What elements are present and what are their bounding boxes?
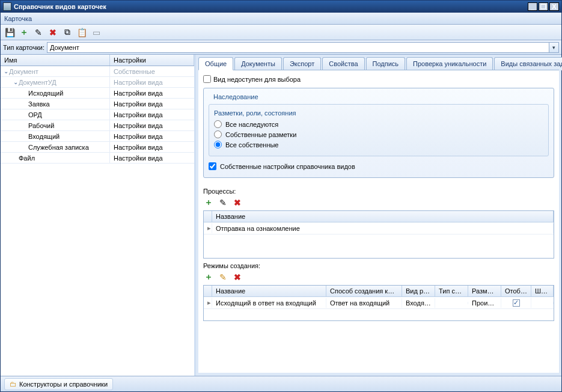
tree-row[interactable]: ЗаявкаНастройки вида (1, 99, 194, 109)
display-checkbox[interactable]: ✓ (513, 299, 520, 307)
tab-0[interactable]: Общие (198, 57, 233, 70)
toolbar: 💾 ＋ ✎ ✖ ⧉ 📋 ▭ (1, 25, 561, 40)
layouts-box: Разметки, роли, состояния Все наследуютс… (209, 104, 549, 156)
titlebar: Справочник видов карточек _ ❐ X (1, 1, 561, 13)
modes-label: Режимы создания: (203, 262, 554, 269)
layouts-title: Разметки, роли, состояния (214, 109, 543, 117)
maximize-button[interactable]: ❐ (539, 2, 548, 11)
tree-row[interactable]: ⌄ДокументУДНастройки вида (1, 77, 194, 88)
radio-all-own[interactable] (214, 141, 222, 149)
tree-row[interactable]: ОРДНастройки вида (1, 109, 194, 120)
row-indicator-icon: ▸ (204, 298, 212, 308)
tab-2[interactable]: Экспорт (283, 57, 321, 70)
tree-item-settings: Собственные (110, 68, 194, 75)
tree-item-settings: Настройки вида (110, 133, 194, 140)
mode-col-placement[interactable]: Размещ... (468, 286, 501, 296)
tree-item-name: ОРД (28, 111, 42, 118)
tree-row[interactable]: ИсходящийНастройки вида (1, 88, 194, 99)
inheritance-title: Наследование (211, 93, 261, 100)
save-icon[interactable]: 💾 (4, 27, 15, 38)
tree-row[interactable]: ВходящийНастройки вида (1, 131, 194, 142)
minimize-button[interactable]: _ (528, 2, 537, 11)
tree-row[interactable]: РабочийНастройки вида (1, 120, 194, 131)
col-settings-header[interactable]: Настройки (110, 55, 194, 66)
menubar: Карточка (1, 13, 561, 25)
tree-item-settings: Настройки вида (110, 144, 194, 151)
proc-row[interactable]: ▸ Отправка на ознакомление (204, 222, 554, 234)
tree-row[interactable]: ФайлНастройки вида (1, 153, 194, 164)
mode-edit-icon[interactable]: ✎ (218, 272, 228, 283)
col-name-header[interactable]: Имя (1, 55, 110, 66)
mode-col-reftype[interactable]: Тип ссы... (435, 286, 468, 296)
tab-general: Вид недоступен для выбора Наследование Р… (198, 70, 559, 373)
proc-delete-icon[interactable]: ✖ (232, 197, 243, 208)
tree-item-settings: Настройки вида (110, 122, 194, 129)
expander-icon[interactable]: ⌄ (13, 79, 19, 85)
paste-icon[interactable]: 📋 (76, 27, 87, 38)
tabs: ОбщиеДокументыЭкспортСвойстваПодписьПров… (196, 55, 561, 70)
proc-add-icon[interactable]: ＋ (203, 197, 214, 208)
tree-item-name: Файл (19, 155, 35, 162)
menu-card[interactable]: Карточка (4, 15, 32, 22)
mode-col-template[interactable]: Шабло (531, 286, 554, 296)
unavailable-label: Вид недоступен для выбора (213, 76, 301, 83)
tree-item-name: Входящий (28, 133, 60, 140)
card-type-dropdown[interactable]: ▾ (549, 42, 559, 53)
modes-grid[interactable]: Название Способ создания кар... Вид ро..… (203, 285, 554, 321)
modes-toolbar: ＋ ✎ ✖ (203, 272, 554, 283)
left-grid-header: Имя Настройки (1, 55, 194, 66)
tab-1[interactable]: Документы (234, 57, 282, 70)
mode-col-display[interactable]: Отобра... (501, 286, 531, 296)
constructors-button[interactable]: 🗀 Конструкторы и справочники (4, 378, 113, 390)
mode-col-name[interactable]: Название (212, 286, 326, 296)
folder-icon: 🗀 (10, 380, 17, 388)
tree-item-settings: Настройки вида (110, 111, 194, 118)
tree[interactable]: ⌄ДокументСобственные⌄ДокументУДНастройки… (1, 66, 194, 376)
copy-icon[interactable]: ⧉ (62, 27, 73, 38)
tree-row[interactable]: ⌄ДокументСобственные (1, 66, 194, 77)
add-icon[interactable]: ＋ (19, 27, 29, 38)
tree-item-name: Служебная записка (28, 144, 89, 151)
mode-col-parent[interactable]: Вид ро... (402, 286, 435, 296)
row-indicator-icon: ▸ (204, 223, 212, 233)
filter-row: Тип карточки: ▾ (1, 40, 561, 55)
tree-item-name: Заявка (28, 100, 50, 108)
statusbar: 🗀 Конструкторы и справочники (1, 376, 561, 391)
mode-col-way[interactable]: Способ создания кар... (326, 286, 402, 296)
tab-4[interactable]: Подпись (366, 57, 406, 70)
proc-edit-icon[interactable]: ✎ (218, 197, 228, 208)
inheritance-fieldset: Наследование Разметки, роли, состояния В… (203, 88, 554, 178)
left-panel: Имя Настройки ⌄ДокументСобственные⌄Докум… (1, 55, 196, 376)
mode-row[interactable]: ▸ Исходящий в ответ на входящий Ответ на… (204, 297, 554, 309)
unavailable-checkbox[interactable] (203, 75, 211, 83)
processes-label: Процессы: (203, 188, 554, 195)
tree-item-settings: Настройки вида (110, 100, 194, 108)
tree-item-name: Исходящий (28, 90, 63, 97)
proc-col-name[interactable]: Название (212, 211, 554, 222)
tree-item-name: Документ (9, 68, 38, 75)
body: Имя Настройки ⌄ДокументСобственные⌄Докум… (1, 55, 561, 376)
delete-icon[interactable]: ✖ (47, 27, 58, 38)
processes-toolbar: ＋ ✎ ✖ (203, 197, 554, 208)
own-dir-settings-checkbox[interactable] (209, 162, 216, 170)
processes-grid[interactable]: Название ▸ Отправка на ознакомление (203, 210, 554, 259)
mode-delete-icon[interactable]: ✖ (232, 272, 243, 283)
tree-row[interactable]: Служебная запискаНастройки вида (1, 142, 194, 153)
tab-3[interactable]: Свойства (322, 57, 364, 70)
radio-all-inherit[interactable] (214, 120, 222, 128)
window: Справочник видов карточек _ ❐ X Карточка… (0, 0, 562, 392)
tree-item-settings: Настройки вида (110, 90, 194, 97)
edit-icon[interactable]: ✎ (33, 27, 44, 38)
radio-own-layouts[interactable] (214, 130, 222, 138)
tab-5[interactable]: Проверка уникальности (406, 57, 493, 70)
filter-label: Тип карточки: (3, 44, 44, 51)
tree-item-settings: Настройки вида (110, 79, 194, 86)
window-title: Справочник видов карточек (14, 3, 106, 10)
card-type-input[interactable] (47, 42, 549, 53)
close-button[interactable]: X (549, 2, 559, 11)
tree-item-name: ДокументУД (19, 79, 57, 86)
mode-add-icon[interactable]: ＋ (203, 272, 214, 283)
expander-icon[interactable]: ⌄ (3, 68, 9, 75)
tab-6[interactable]: Виды связанных заданий (494, 57, 562, 70)
disabled-icon: ▭ (91, 27, 102, 38)
